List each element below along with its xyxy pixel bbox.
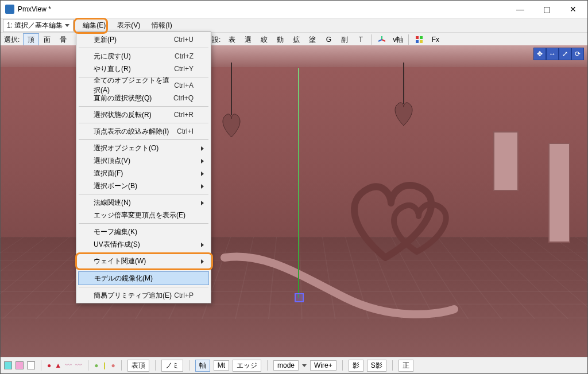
gizmo-rotate-icon[interactable]: ⟳ <box>571 48 584 60</box>
maximize-button[interactable]: ▢ <box>533 1 560 18</box>
menu-item[interactable]: UV表情作成(S) <box>78 238 210 251</box>
xyz-icon[interactable] <box>374 33 390 46</box>
submenu-arrow-icon <box>201 243 204 247</box>
sb-front[interactable]: 正 <box>399 360 413 372</box>
menu-item[interactable]: 更新(P)Ctrl+U <box>78 33 210 46</box>
tab-bone[interactable]: 骨 <box>55 33 71 46</box>
scene-ribbon <box>219 252 460 321</box>
tbtn-8[interactable]: T <box>353 33 369 46</box>
tbtn-6[interactable]: G <box>320 33 336 46</box>
tbtn-5[interactable]: 塗 <box>304 33 320 46</box>
tbtn-0[interactable]: 表 <box>224 33 240 46</box>
menu-item[interactable]: 選択状態の反転(R)Ctrl+R <box>78 108 210 121</box>
sb-mode[interactable]: mode <box>273 360 299 371</box>
menu-item-shortcut: Ctrl+U <box>174 36 194 44</box>
triangle-icon[interactable]: ▲ <box>55 361 61 369</box>
swatch-cyan[interactable] <box>4 361 12 369</box>
menu-item-label: 選択ボーン(B) <box>94 181 194 191</box>
swatch-white[interactable] <box>27 361 35 369</box>
view-gizmo: ✥ ↔ ⤢ ⟳ <box>533 48 584 60</box>
menu-separator <box>79 223 208 224</box>
fx-button[interactable]: Fx <box>427 33 443 46</box>
menu-item[interactable]: やり直し(R)Ctrl+Y <box>78 63 210 75</box>
sb-edge[interactable]: エッジ <box>233 360 261 372</box>
menu-item-label: 更新(P) <box>94 35 174 45</box>
gizmo-zoom-icon[interactable]: ⤢ <box>559 48 571 60</box>
sb-sep-7 <box>392 360 393 371</box>
menu-item-shortcut: Ctrl+Y <box>174 65 194 73</box>
tbtn-4[interactable]: 拡 <box>288 33 304 46</box>
red-dot2-icon[interactable]: ● <box>111 361 115 369</box>
wave-icon[interactable]: 〰 <box>65 361 72 369</box>
menu-item[interactable]: エッジ倍率変更頂点を表示(E) <box>78 209 210 221</box>
menu-item[interactable]: 元に戻す(U)Ctrl+Z <box>78 50 210 63</box>
v-axis-button[interactable]: v軸 <box>390 33 406 46</box>
yellow-bar-icon[interactable]: ❙ <box>102 361 107 369</box>
sb-s-shadow[interactable]: S影 <box>367 360 386 372</box>
gizmo-move-icon[interactable]: ✥ <box>533 48 546 60</box>
window-title: PmxView * <box>18 5 507 13</box>
menu-separator <box>79 48 208 48</box>
menu-item[interactable]: 選択ボーン(B) <box>78 180 210 192</box>
sb-wire[interactable]: Wire+ <box>310 360 336 371</box>
mode-selector[interactable]: 1: 選択／基本編集 <box>3 19 74 32</box>
menu-item-label: モーフ編集(K) <box>94 227 194 237</box>
submenu-arrow-icon <box>201 172 204 176</box>
tbtn-2[interactable]: 絞 <box>256 33 272 46</box>
submenu-arrow-icon <box>201 184 204 189</box>
sb-mt[interactable]: Mt <box>214 360 229 371</box>
menu-view[interactable]: 表示(V) <box>111 18 146 33</box>
menu-item-label: 頂点表示の絞込み解除(I) <box>94 127 177 137</box>
sb-sep-4 <box>189 360 189 371</box>
sb-nomi[interactable]: ノミ <box>161 360 183 372</box>
scene-panel <box>493 131 519 191</box>
menu-item-shortcut: Ctrl+Z <box>175 52 194 60</box>
tbtn-7[interactable]: 副 <box>336 33 353 46</box>
sb-surface-top[interactable]: 表頂 <box>127 360 149 372</box>
menu-item[interactable]: 直前の選択状態(Q)Ctrl+Q <box>78 92 210 104</box>
svg-line-1 <box>382 40 385 41</box>
close-button[interactable]: ✕ <box>560 1 586 18</box>
app-window: PmxView * — ▢ ✕ 1: 選択／基本編集 編集(E) 表示(V) 情… <box>0 0 588 374</box>
green-dot-icon[interactable]: ● <box>94 361 98 369</box>
sb-sep-2 <box>121 360 122 371</box>
menu-item-shortcut: Ctrl+Q <box>173 94 194 102</box>
sb-sep-3 <box>155 360 156 371</box>
menu-separator <box>79 252 208 253</box>
menu-item[interactable]: 選択頂点(V) <box>78 154 210 167</box>
menu-item-label: エッジ倍率変更頂点を表示(E) <box>94 211 194 220</box>
submenu-arrow-icon <box>201 201 204 205</box>
sb-axis[interactable]: 軸 <box>195 360 210 372</box>
menu-item[interactable]: 選択面(F) <box>78 167 210 180</box>
tbtn-3[interactable]: 動 <box>272 33 288 46</box>
menu-item-shortcut: Ctrl+I <box>177 127 194 135</box>
color-grid-icon[interactable] <box>411 33 427 46</box>
menu-edit[interactable]: 編集(E) <box>77 18 111 33</box>
menu-info[interactable]: 情報(I) <box>146 18 177 33</box>
menu-item[interactable]: 簡易プリミティブ追加(E)Ctrl+P <box>78 289 210 302</box>
tab-vertex[interactable]: 頂 <box>23 33 39 46</box>
sb-sep-1 <box>88 360 88 371</box>
minimize-button[interactable]: — <box>507 1 533 18</box>
chevron-down-icon[interactable] <box>302 364 307 367</box>
circle-icon[interactable]: ● <box>47 361 51 369</box>
menu-item-label: 直前の選択状態(Q) <box>94 94 173 103</box>
menu-item[interactable]: ウェイト関連(W) <box>78 255 210 267</box>
menu-item-shortcut: Ctrl+R <box>174 111 194 119</box>
menu-item[interactable]: 全てのオブジェクトを選択(A)Ctrl+A <box>78 79 210 92</box>
swatch-pink[interactable] <box>16 361 24 369</box>
wave2-icon[interactable]: 〰 <box>75 361 82 369</box>
menu-item-label: 選択面(F) <box>94 169 194 178</box>
menu-item[interactable]: 選択オブジェクト(O) <box>78 142 210 154</box>
app-icon <box>5 5 14 14</box>
tbtn-1[interactable]: 選 <box>240 33 256 46</box>
menu-item[interactable]: モデルの鏡像化(M) <box>78 271 209 285</box>
gizmo-pan-lr-icon[interactable]: ↔ <box>546 48 559 60</box>
tab-face[interactable]: 面 <box>39 33 55 46</box>
menu-item[interactable]: モーフ編集(K) <box>78 225 210 238</box>
sb-shadow[interactable]: 影 <box>349 360 363 372</box>
menu-item[interactable]: 頂点表示の絞込み解除(I)Ctrl+I <box>78 125 210 138</box>
scene-origin-gizmo <box>295 293 304 302</box>
menubar: 1: 選択／基本編集 編集(E) 表示(V) 情報(I) <box>1 18 587 33</box>
menu-item[interactable]: 法線関連(N) <box>78 196 210 209</box>
